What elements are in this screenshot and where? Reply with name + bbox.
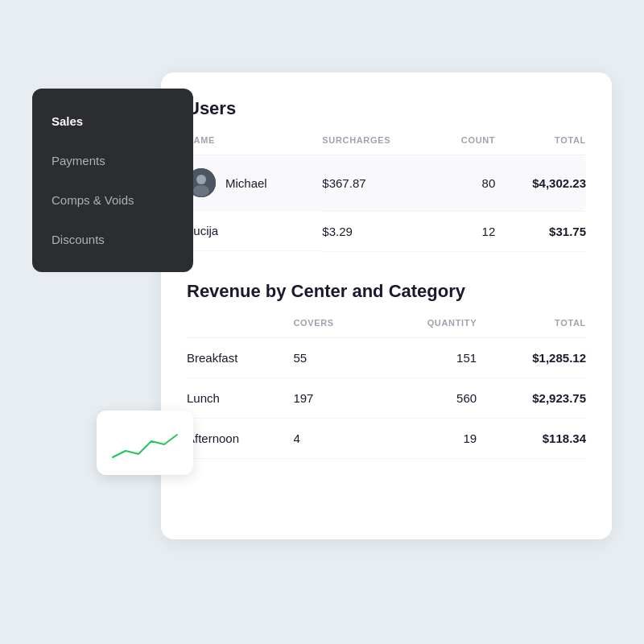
col-name: NAME xyxy=(187,135,322,155)
revenue-quantity: 19 xyxy=(376,418,477,458)
revenue-category: Lunch xyxy=(187,378,293,418)
col-surcharges: SURCHARGES xyxy=(322,135,437,155)
sidebar-item-payments[interactable]: Payments xyxy=(32,141,193,180)
revenue-category: Breakfast xyxy=(187,337,293,378)
revenue-row: Breakfast55151$1,285.12 xyxy=(187,337,586,378)
rev-col-quantity: QUANTITY xyxy=(376,318,477,338)
revenue-quantity: 151 xyxy=(376,337,477,378)
user-name: Michael xyxy=(225,176,267,190)
user-surcharges: $3.29 xyxy=(322,211,437,251)
revenue-covers: 197 xyxy=(293,378,376,418)
revenue-category: Afternoon xyxy=(187,418,293,458)
rev-col-covers: COVERS xyxy=(293,318,376,338)
user-row: Lucija$3.2912$31.75 xyxy=(187,211,586,251)
rev-col-name xyxy=(187,318,293,338)
main-scene: Sales Payments Comps & Voids Discounts U… xyxy=(32,72,612,572)
revenue-covers: 4 xyxy=(293,418,376,458)
user-total: $4,302.23 xyxy=(495,155,586,212)
user-row: Michael$367.8780$4,302.23 xyxy=(187,155,586,212)
users-table: NAME SURCHARGES COUNT TOTAL Michael$367.… xyxy=(187,135,586,252)
revenue-row: Afternoon419$118.34 xyxy=(187,418,586,458)
col-count: COUNT xyxy=(438,135,496,155)
users-title: Users xyxy=(187,98,586,119)
sidebar: Sales Payments Comps & Voids Discounts xyxy=(32,89,193,272)
revenue-quantity: 560 xyxy=(376,378,477,418)
revenue-total: $118.34 xyxy=(477,418,586,458)
revenue-covers: 55 xyxy=(293,337,376,378)
sidebar-item-comps-voids[interactable]: Comps & Voids xyxy=(32,180,193,220)
main-card: Users NAME SURCHARGES COUNT TOTAL Michae… xyxy=(161,72,612,539)
svg-point-2 xyxy=(193,185,209,196)
revenue-row: Lunch197560$2,923.75 xyxy=(187,378,586,418)
svg-point-1 xyxy=(196,175,206,184)
user-count: 12 xyxy=(438,211,496,251)
user-count: 80 xyxy=(438,155,496,212)
revenue-total: $1,285.12 xyxy=(477,337,586,378)
sparkline-chart xyxy=(106,420,184,465)
revenue-total: $2,923.75 xyxy=(477,378,586,418)
revenue-section: Revenue by Center and Category COVERS QU… xyxy=(187,281,586,459)
col-total: TOTAL xyxy=(495,135,586,155)
user-surcharges: $367.87 xyxy=(322,155,437,212)
revenue-table: COVERS QUANTITY TOTAL Breakfast55151$1,2… xyxy=(187,318,586,459)
users-section: Users NAME SURCHARGES COUNT TOTAL Michae… xyxy=(187,98,586,252)
mini-chart-card xyxy=(97,411,193,475)
sidebar-item-discounts[interactable]: Discounts xyxy=(32,220,193,259)
sidebar-item-sales[interactable]: Sales xyxy=(32,101,193,141)
rev-col-total: TOTAL xyxy=(477,318,586,338)
user-total: $31.75 xyxy=(495,211,586,251)
revenue-title: Revenue by Center and Category xyxy=(187,281,586,302)
